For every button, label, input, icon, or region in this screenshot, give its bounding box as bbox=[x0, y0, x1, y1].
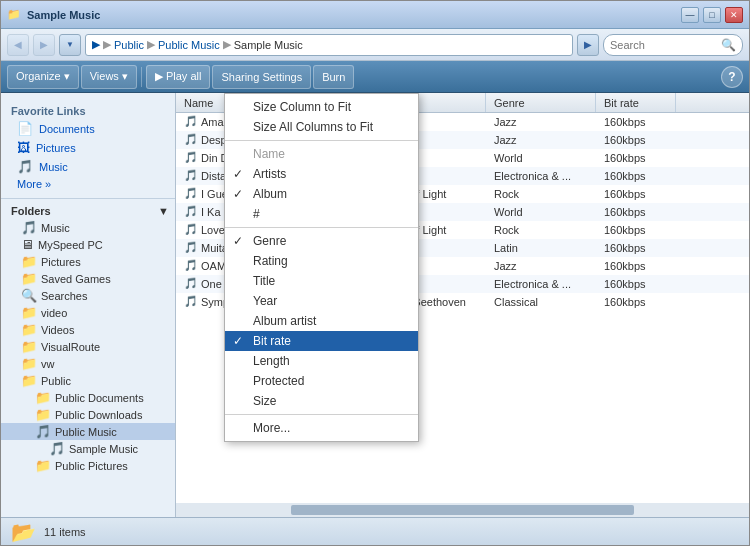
file-icon: 🎵 bbox=[184, 277, 198, 290]
file-icon: 🎵 bbox=[184, 205, 198, 218]
folder-public-pictures[interactable]: 📁 Public Pictures bbox=[1, 457, 175, 474]
burn-button[interactable]: Burn bbox=[313, 65, 354, 89]
menu-name[interactable]: Name bbox=[225, 144, 418, 164]
menu-title[interactable]: Title bbox=[225, 271, 418, 291]
folder-visualroute-icon: 📁 bbox=[21, 339, 37, 354]
file-name: Love Co bbox=[201, 224, 226, 236]
col-header-name[interactable]: Name bbox=[176, 93, 226, 112]
menu-hash[interactable]: # bbox=[225, 204, 418, 224]
menu-item-label: Album bbox=[253, 187, 287, 201]
col-header-genre[interactable]: Genre bbox=[486, 93, 596, 112]
folder-public-icon: 📁 bbox=[21, 373, 37, 388]
folder-public-documents[interactable]: 📁 Public Documents bbox=[1, 389, 175, 406]
search-box: 🔍 bbox=[603, 34, 743, 56]
views-button[interactable]: Views ▾ bbox=[81, 65, 137, 89]
menu-bit-rate[interactable]: ✓ Bit rate bbox=[225, 331, 418, 351]
file-cell-bitrate: 160kbps bbox=[596, 295, 676, 309]
folder-label: Music bbox=[41, 222, 70, 234]
file-name: Muita Bo bbox=[201, 242, 226, 254]
folder-searches[interactable]: 🔍 Searches bbox=[1, 287, 175, 304]
col-headers-wrapper: Name Artists Album Genre Bit rate bbox=[176, 93, 749, 113]
folder-label: Public bbox=[41, 375, 71, 387]
file-cell-genre: Rock bbox=[486, 223, 596, 237]
main-area: Favorite Links 📄 Documents 🖼 Pictures 🎵 … bbox=[1, 93, 749, 517]
search-icon[interactable]: 🔍 bbox=[721, 38, 736, 52]
folder-video-icon: 📁 bbox=[21, 305, 37, 320]
breadcrumb-item[interactable]: ▶ bbox=[92, 38, 100, 51]
breadcrumb-sep: ▶ bbox=[103, 38, 111, 51]
forward-button[interactable]: ▶ bbox=[33, 34, 55, 56]
sidebar-item-music[interactable]: 🎵 Music bbox=[1, 157, 175, 176]
folder-music[interactable]: 🎵 Music bbox=[1, 219, 175, 236]
breadcrumb-public[interactable]: Public bbox=[114, 39, 144, 51]
folder-myspeedpc[interactable]: 🖥 MySpeed PC bbox=[1, 236, 175, 253]
folders-header[interactable]: Folders ▼ bbox=[1, 203, 175, 219]
menu-album-artist[interactable]: Album artist bbox=[225, 311, 418, 331]
menu-size-column-to-fit[interactable]: Size Column to Fit bbox=[225, 97, 418, 117]
sharing-settings-button[interactable]: Sharing Settings bbox=[212, 65, 311, 89]
organize-button[interactable]: Organize ▾ bbox=[7, 65, 79, 89]
breadcrumb-public-music[interactable]: Public Music bbox=[158, 39, 220, 51]
sidebar: Favorite Links 📄 Documents 🖼 Pictures 🎵 … bbox=[1, 93, 176, 517]
folder-public-downloads[interactable]: 📁 Public Downloads bbox=[1, 406, 175, 423]
folder-public-music-icon: 🎵 bbox=[35, 424, 51, 439]
menu-size-all-columns-to-fit[interactable]: Size All Columns to Fit bbox=[225, 117, 418, 137]
check-icon: ✓ bbox=[233, 334, 243, 348]
menu-rating[interactable]: Rating bbox=[225, 251, 418, 271]
close-button[interactable]: ✕ bbox=[725, 7, 743, 23]
file-area: Name Artists Album Genre Bit rate bbox=[176, 93, 749, 517]
menu-item-label: Year bbox=[253, 294, 277, 308]
folder-saved-games[interactable]: 📁 Saved Games bbox=[1, 270, 175, 287]
file-cell-name: 🎵 I Guess Y bbox=[176, 186, 226, 201]
folder-label: Pictures bbox=[41, 256, 81, 268]
maximize-button[interactable]: □ bbox=[703, 7, 721, 23]
back-button[interactable]: ◀ bbox=[7, 34, 29, 56]
status-folder-icon: 📂 bbox=[11, 520, 36, 544]
address-bar: ◀ ▶ ▼ ▶ ▶ Public ▶ Public Music ▶ Sample… bbox=[1, 29, 749, 61]
help-button[interactable]: ? bbox=[721, 66, 743, 88]
folder-public[interactable]: 📁 Public bbox=[1, 372, 175, 389]
file-icon: 🎵 bbox=[184, 115, 198, 128]
play-all-button[interactable]: ▶ Play all bbox=[146, 65, 211, 89]
folder-videos[interactable]: 📁 Videos bbox=[1, 321, 175, 338]
folder-label: vw bbox=[41, 358, 54, 370]
h-scroll-thumb[interactable] bbox=[291, 505, 635, 515]
sidebar-more[interactable]: More » bbox=[1, 176, 175, 192]
file-icon: 🎵 bbox=[184, 223, 198, 236]
menu-item-label: Protected bbox=[253, 374, 304, 388]
folder-sample-music[interactable]: 🎵 Sample Music bbox=[1, 440, 175, 457]
menu-protected[interactable]: Protected bbox=[225, 371, 418, 391]
folder-pictures[interactable]: 📁 Pictures bbox=[1, 253, 175, 270]
folder-public-music[interactable]: 🎵 Public Music bbox=[1, 423, 175, 440]
music-icon: 🎵 bbox=[17, 159, 33, 174]
status-bar: 📂 11 items bbox=[1, 517, 749, 545]
file-cell-genre: Electronica & ... bbox=[486, 277, 596, 291]
minimize-button[interactable]: — bbox=[681, 7, 699, 23]
sidebar-item-documents[interactable]: 📄 Documents bbox=[1, 119, 175, 138]
menu-artists[interactable]: ✓ Artists bbox=[225, 164, 418, 184]
folder-vw[interactable]: 📁 vw bbox=[1, 355, 175, 372]
folder-label: Videos bbox=[41, 324, 74, 336]
file-cell-genre: World bbox=[486, 151, 596, 165]
col-header-bitrate[interactable]: Bit rate bbox=[596, 93, 676, 112]
file-name: Amanda bbox=[201, 116, 226, 128]
breadcrumb: ▶ ▶ Public ▶ Public Music ▶ Sample Music bbox=[85, 34, 573, 56]
menu-item-label: Artists bbox=[253, 167, 286, 181]
h-scroll[interactable] bbox=[176, 503, 749, 517]
search-input[interactable] bbox=[610, 39, 717, 51]
menu-genre[interactable]: ✓ Genre bbox=[225, 231, 418, 251]
folder-visualroute[interactable]: 📁 VisualRoute bbox=[1, 338, 175, 355]
folder-video[interactable]: 📁 video bbox=[1, 304, 175, 321]
menu-album[interactable]: ✓ Album bbox=[225, 184, 418, 204]
folder-label: Public Documents bbox=[55, 392, 144, 404]
dropdown-button[interactable]: ▼ bbox=[59, 34, 81, 56]
menu-length[interactable]: Length bbox=[225, 351, 418, 371]
folder-label: MySpeed PC bbox=[38, 239, 103, 251]
file-icon: 🎵 bbox=[184, 241, 198, 254]
menu-more[interactable]: More... bbox=[225, 418, 418, 438]
menu-year[interactable]: Year bbox=[225, 291, 418, 311]
go-button[interactable]: ▶ bbox=[577, 34, 599, 56]
menu-item-label: Name bbox=[253, 147, 285, 161]
menu-size[interactable]: Size bbox=[225, 391, 418, 411]
sidebar-item-pictures[interactable]: 🖼 Pictures bbox=[1, 138, 175, 157]
